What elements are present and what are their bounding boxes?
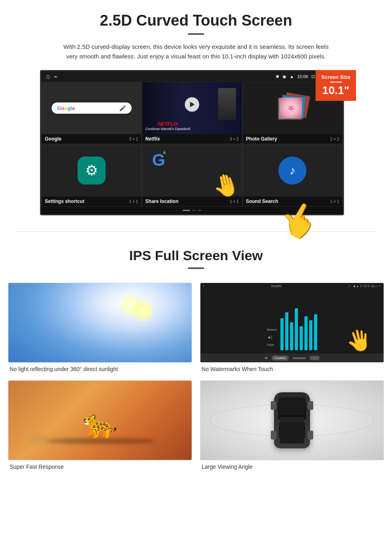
amp-bar-6 <box>304 316 308 350</box>
settings-app-content: ⚙ <box>42 145 141 197</box>
share-label-row: Share location 1 × 1 <box>142 197 242 206</box>
feature-car: Large Viewing Angle <box>200 380 384 470</box>
amp-home: ⌂ <box>203 285 204 288</box>
netflix-label-row: Netflix 3 × 2 <box>142 134 242 144</box>
camera-icon: ⊡ <box>311 74 315 79</box>
google-label-row: Google 3 × 1 <box>42 134 141 144</box>
google-app-cell[interactable]: Google 🎤 Google 3 × 1 <box>41 82 142 144</box>
section-curved-screen: 2.5D Curved Touch Screen With 2.5D curve… <box>0 0 392 223</box>
cheetah-visual: 🐆 <box>8 381 192 460</box>
netflix-subtitle: Continue Marvel's Daredevil <box>145 127 190 131</box>
settings-icon-bg: ⚙ <box>78 157 106 185</box>
amp-bottom-bar: ≪ Custom loudness ○ <box>200 353 384 362</box>
settings-label: Settings shortcut <box>45 199 84 204</box>
map-marker-icon: ▲ <box>162 149 167 155</box>
amplifier-visual: ⌂ Amplifier ≡ ·· ◉ ▲ 17:33 ⊡ ◄) ▭ ↩ Bala… <box>200 283 384 362</box>
sound-search-content: ♪ <box>243 145 342 197</box>
google-g-letter: G ▲ <box>152 151 165 170</box>
sound-note-icon: ♪ <box>290 164 296 177</box>
google-app-content: Google 🎤 <box>42 82 141 134</box>
amplifier-label: No Watermarks When Touch <box>200 366 384 372</box>
app-grid-row1: Google 🎤 Google 3 × 1 <box>41 82 343 144</box>
amp-label-balance: Balance <box>267 328 277 331</box>
section2-underline <box>188 267 204 269</box>
page-dot-active <box>183 210 190 211</box>
sunlight-visual <box>8 283 192 362</box>
google-search-bar[interactable]: Google 🎤 <box>52 102 132 114</box>
section-divider <box>16 231 376 232</box>
flower-image: 🌸 <box>280 98 302 118</box>
car-label: Large Viewing Angle <box>200 464 384 470</box>
home-icon[interactable]: ⌂ <box>46 73 50 80</box>
page-dot-2 <box>198 210 201 211</box>
badge-size: 10.1" <box>321 84 350 97</box>
netflix-logo: NETFLIX <box>145 121 190 127</box>
amp-title: Amplifier <box>271 285 282 288</box>
netflix-app-cell[interactable]: NETFLIX Continue Marvel's Daredevil Netf… <box>142 82 242 144</box>
netflix-character <box>218 88 236 120</box>
settings-gear-icon: ⚙ <box>85 162 98 179</box>
amp-toggle-switch[interactable]: ○ <box>310 356 320 360</box>
car-wheel-fl <box>271 401 276 410</box>
sunlight-bg <box>8 283 192 362</box>
gallery-label-row: Photo Gallery 2 × 2 <box>243 134 342 144</box>
time-display: 15:06 <box>297 74 308 79</box>
settings-size: 1 × 1 <box>129 199 138 204</box>
amp-bar-4 <box>295 308 298 350</box>
cheetah-image: 🐆 <box>8 380 192 460</box>
signal-icon: ▲ <box>290 74 294 79</box>
section1-title: 2.5D Curved Touch Screen <box>24 12 368 29</box>
amp-status-bar: ⌂ Amplifier ≡ ·· ◉ ▲ 17:33 ⊡ ◄) ▭ ↩ <box>200 285 384 288</box>
amp-loudness-label: loudness <box>293 356 306 360</box>
netflix-label: NETFLIX Continue Marvel's Daredevil <box>145 121 190 131</box>
amp-labels: Balance ◄) Fader <box>267 328 277 350</box>
feature-amplifier: ⌂ Amplifier ≡ ·· ◉ ▲ 17:33 ⊡ ◄) ▭ ↩ Bala… <box>200 283 384 372</box>
page-dot-1 <box>192 210 196 211</box>
feature-sunlight: No light reflecting under 360° direct su… <box>8 283 192 372</box>
google-logo: Google <box>57 105 75 111</box>
amplifier-image: ⌂ Amplifier ≡ ·· ◉ ▲ 17:33 ⊡ ◄) ▭ ↩ Bala… <box>200 283 384 363</box>
gallery-size: 2 × 2 <box>330 137 339 141</box>
amp-hand-icon: 🖐 <box>345 327 373 354</box>
amp-prev-icon: ≪ <box>264 356 268 360</box>
section-ips: IPS Full Screen View <box>0 240 392 283</box>
flower-emoji: 🌸 <box>284 101 298 114</box>
hand-touch-icon: 🤚 <box>209 169 242 197</box>
google-mic-icon[interactable]: 🎤 <box>119 105 126 111</box>
amp-bar-3 <box>290 322 293 350</box>
car-windshield <box>279 397 305 415</box>
car-body <box>274 392 310 448</box>
amp-label-fader: Fader <box>267 343 274 346</box>
cheetah-emoji: 🐆 <box>83 407 118 440</box>
location-icon: ◉ <box>282 74 286 79</box>
car-wheel-rl <box>271 431 276 440</box>
sunlight-label: No light reflecting under 360° direct su… <box>8 366 192 372</box>
netflix-label-name: Netflix <box>145 136 160 142</box>
amp-bar-1 <box>280 318 284 350</box>
netflix-app-content: NETFLIX Continue Marvel's Daredevil <box>142 82 242 134</box>
car-wheel-fr <box>308 401 313 410</box>
gallery-label: Photo Gallery <box>246 136 277 142</box>
section2-title: IPS Full Screen View <box>24 248 368 263</box>
google-label: Google <box>45 136 61 142</box>
sound-label: Sound Search <box>246 199 278 204</box>
amp-icons: ≡ ·· ◉ ▲ 17:33 ⊡ ◄) ▭ ↩ <box>348 285 381 288</box>
settings-app-cell[interactable]: ⚙ Settings shortcut 1 × 1 <box>41 144 142 207</box>
car-image <box>200 380 384 460</box>
share-location-app-cell[interactable]: G ▲ 🤚 Share location 1 × 1 <box>142 144 242 207</box>
share-label: Share location <box>145 199 178 204</box>
netflix-play-button[interactable] <box>185 97 199 112</box>
amp-bar-5 <box>300 326 303 350</box>
bluetooth-icon: ✱ <box>276 74 279 79</box>
section1-description: With 2.5D curved-display screen, this de… <box>60 42 332 61</box>
cheetah-label: Super Fast Response <box>8 464 192 470</box>
android-screen: ⌂ ⌁ ✱ ◉ ▲ 15:06 ⊡ ◄) ⊠ ▭ <box>40 70 344 215</box>
sound-icon-bg: ♪ <box>278 157 306 185</box>
share-location-content: G ▲ 🤚 <box>142 145 242 197</box>
car-roof <box>280 417 304 431</box>
amp-custom-btn[interactable]: Custom <box>272 355 289 361</box>
badge-title: Screen Size <box>321 74 350 80</box>
share-size: 1 × 1 <box>230 199 239 204</box>
amp-bars-container: Balance ◄) Fader 🖐 <box>200 283 384 362</box>
sunlight-glow <box>120 295 140 315</box>
